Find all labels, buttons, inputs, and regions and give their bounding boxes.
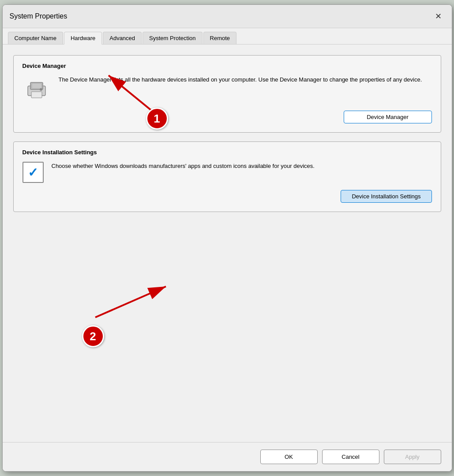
ok-button[interactable]: OK <box>260 450 318 464</box>
dialog-title: System Properties <box>10 12 68 20</box>
tab-hardware[interactable]: Hardware <box>64 32 102 45</box>
apply-button[interactable]: Apply <box>384 450 441 464</box>
device-installation-description: Choose whether Windows downloads manufac… <box>52 162 432 171</box>
device-installation-btn-row: Device Installation Settings <box>23 190 432 203</box>
checkbox-icon: ✓ <box>23 162 44 183</box>
close-button[interactable]: ✕ <box>432 10 445 22</box>
tab-remote[interactable]: Remote <box>203 32 237 44</box>
device-manager-icon <box>23 75 51 104</box>
svg-point-5 <box>40 88 42 91</box>
device-manager-button[interactable]: Device Manager <box>344 111 432 123</box>
annotation-arrow-2: 2 <box>78 282 179 341</box>
device-installation-content: ✓ Choose whether Windows downloads manuf… <box>23 162 432 183</box>
device-installation-section: Device Installation Settings ✓ Choose wh… <box>13 141 441 212</box>
svg-rect-4 <box>31 92 42 98</box>
tab-advanced[interactable]: Advanced <box>103 32 142 44</box>
tab-system-protection[interactable]: System Protection <box>143 32 203 44</box>
tab-computer-name[interactable]: Computer Name <box>8 32 63 44</box>
checkmark-symbol: ✓ <box>28 165 38 180</box>
tab-content: 1 Device Manager The Device M <box>3 45 452 442</box>
system-properties-dialog: System Properties ✕ Computer Name Hardwa… <box>2 4 452 472</box>
device-manager-section: Device Manager The Device Manager lists … <box>13 55 441 133</box>
device-manager-btn-row: Device Manager <box>23 111 432 123</box>
cancel-button[interactable]: Cancel <box>322 450 379 464</box>
title-bar: System Properties ✕ <box>3 5 452 28</box>
tab-bar: Computer Name Hardware Advanced System P… <box>3 28 452 45</box>
dialog-footer: OK Cancel Apply <box>3 442 452 471</box>
svg-rect-6 <box>32 84 41 88</box>
device-manager-label: Device Manager <box>23 63 432 69</box>
device-manager-content: The Device Manager lists all the hardwar… <box>23 75 432 104</box>
svg-line-8 <box>95 286 166 317</box>
badge-2: 2 <box>82 325 104 347</box>
device-installation-label: Device Installation Settings <box>23 149 432 156</box>
device-manager-description: The Device Manager lists all the hardwar… <box>59 75 432 84</box>
device-installation-button[interactable]: Device Installation Settings <box>341 190 431 203</box>
